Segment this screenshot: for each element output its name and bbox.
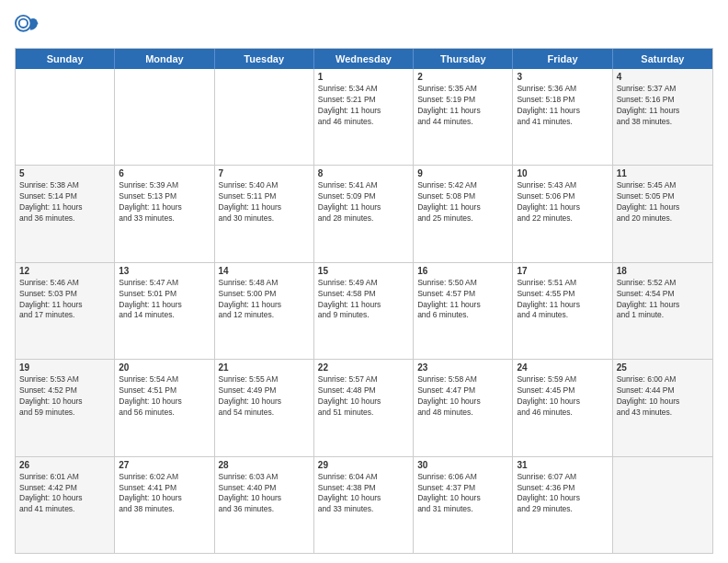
cell-info: Sunrise: 5:37 AM Sunset: 5:16 PM Dayligh… <box>617 84 709 128</box>
cell-info: Sunrise: 5:43 AM Sunset: 5:06 PM Dayligh… <box>517 180 608 224</box>
calendar-cell: 8Sunrise: 5:41 AM Sunset: 5:09 PM Daylig… <box>314 166 414 261</box>
calendar-cell: 18Sunrise: 5:52 AM Sunset: 4:54 PM Dayli… <box>613 263 712 359</box>
day-number: 24 <box>517 362 608 373</box>
calendar-row: 12Sunrise: 5:46 AM Sunset: 5:03 PM Dayli… <box>16 262 712 359</box>
page-header <box>15 15 713 40</box>
calendar-cell: 31Sunrise: 6:07 AM Sunset: 4:36 PM Dayli… <box>513 457 612 553</box>
calendar-cell: 2Sunrise: 5:35 AM Sunset: 5:19 PM Daylig… <box>414 69 513 165</box>
day-number: 1 <box>318 72 409 82</box>
weekday-header: Tuesday <box>215 49 314 69</box>
calendar-cell: 10Sunrise: 5:43 AM Sunset: 5:06 PM Dayli… <box>513 166 612 261</box>
calendar-cell <box>16 69 115 165</box>
cell-info: Sunrise: 5:46 AM Sunset: 5:03 PM Dayligh… <box>19 278 110 322</box>
calendar-row: 1Sunrise: 5:34 AM Sunset: 5:21 PM Daylig… <box>16 69 712 165</box>
calendar-row: 26Sunrise: 6:01 AM Sunset: 4:42 PM Dayli… <box>16 456 712 553</box>
calendar-cell <box>115 69 214 165</box>
cell-info: Sunrise: 5:45 AM Sunset: 5:05 PM Dayligh… <box>617 180 709 224</box>
cell-info: Sunrise: 5:51 AM Sunset: 4:55 PM Dayligh… <box>517 278 608 322</box>
day-number: 14 <box>219 266 310 276</box>
calendar-body: 1Sunrise: 5:34 AM Sunset: 5:21 PM Daylig… <box>16 69 712 553</box>
day-number: 2 <box>417 72 508 82</box>
cell-info: Sunrise: 5:57 AM Sunset: 4:48 PM Dayligh… <box>318 374 409 419</box>
day-number: 9 <box>417 168 508 178</box>
calendar-cell: 4Sunrise: 5:37 AM Sunset: 5:16 PM Daylig… <box>613 69 712 165</box>
cell-info: Sunrise: 5:35 AM Sunset: 5:19 PM Dayligh… <box>417 84 508 128</box>
day-number: 23 <box>417 362 508 373</box>
day-number: 16 <box>417 266 508 276</box>
calendar-cell: 28Sunrise: 6:03 AM Sunset: 4:40 PM Dayli… <box>215 457 314 553</box>
cell-info: Sunrise: 6:00 AM Sunset: 4:44 PM Dayligh… <box>617 374 709 419</box>
day-number: 7 <box>219 168 310 178</box>
logo <box>15 15 44 40</box>
calendar-cell: 15Sunrise: 5:49 AM Sunset: 4:58 PM Dayli… <box>314 263 414 359</box>
cell-info: Sunrise: 5:34 AM Sunset: 5:21 PM Dayligh… <box>318 84 409 128</box>
calendar-cell: 22Sunrise: 5:57 AM Sunset: 4:48 PM Dayli… <box>314 360 414 455</box>
day-number: 20 <box>119 362 210 373</box>
calendar-cell: 16Sunrise: 5:50 AM Sunset: 4:57 PM Dayli… <box>414 263 513 359</box>
cell-info: Sunrise: 5:36 AM Sunset: 5:18 PM Dayligh… <box>517 84 608 128</box>
day-number: 5 <box>19 168 110 178</box>
calendar-cell: 23Sunrise: 5:58 AM Sunset: 4:47 PM Dayli… <box>414 360 513 455</box>
day-number: 11 <box>617 168 709 178</box>
cell-info: Sunrise: 5:38 AM Sunset: 5:14 PM Dayligh… <box>19 180 110 224</box>
day-number: 18 <box>617 266 709 276</box>
calendar-cell: 11Sunrise: 5:45 AM Sunset: 5:05 PM Dayli… <box>613 166 712 261</box>
calendar-page: SundayMondayTuesdayWednesdayThursdayFrid… <box>0 0 728 563</box>
svg-point-0 <box>16 16 31 31</box>
cell-info: Sunrise: 5:47 AM Sunset: 5:01 PM Dayligh… <box>119 278 210 322</box>
cell-info: Sunrise: 5:58 AM Sunset: 4:47 PM Dayligh… <box>417 374 508 419</box>
day-number: 8 <box>318 168 409 178</box>
calendar-cell: 17Sunrise: 5:51 AM Sunset: 4:55 PM Dayli… <box>513 263 612 359</box>
day-number: 30 <box>417 460 508 470</box>
day-number: 21 <box>219 362 310 373</box>
cell-info: Sunrise: 5:41 AM Sunset: 5:09 PM Dayligh… <box>318 180 409 224</box>
weekday-header: Wednesday <box>314 49 414 69</box>
day-number: 26 <box>19 460 110 470</box>
cell-info: Sunrise: 6:02 AM Sunset: 4:41 PM Dayligh… <box>119 472 210 516</box>
calendar-cell: 14Sunrise: 5:48 AM Sunset: 5:00 PM Dayli… <box>215 263 314 359</box>
day-number: 15 <box>318 266 409 276</box>
day-number: 19 <box>19 362 110 373</box>
calendar-cell: 3Sunrise: 5:36 AM Sunset: 5:18 PM Daylig… <box>513 69 612 165</box>
weekday-header: Sunday <box>16 49 115 69</box>
calendar-header: SundayMondayTuesdayWednesdayThursdayFrid… <box>16 49 712 69</box>
weekday-header: Monday <box>115 49 214 69</box>
calendar-cell <box>613 457 712 553</box>
svg-point-1 <box>19 19 28 28</box>
day-number: 31 <box>517 460 608 470</box>
cell-info: Sunrise: 5:59 AM Sunset: 4:45 PM Dayligh… <box>517 374 608 419</box>
cell-info: Sunrise: 6:04 AM Sunset: 4:38 PM Dayligh… <box>318 472 409 516</box>
calendar-cell: 9Sunrise: 5:42 AM Sunset: 5:08 PM Daylig… <box>414 166 513 261</box>
calendar-cell: 20Sunrise: 5:54 AM Sunset: 4:51 PM Dayli… <box>115 360 214 455</box>
calendar-cell <box>215 69 314 165</box>
calendar-cell: 25Sunrise: 6:00 AM Sunset: 4:44 PM Dayli… <box>613 360 712 455</box>
calendar-cell: 30Sunrise: 6:06 AM Sunset: 4:37 PM Dayli… <box>414 457 513 553</box>
calendar-cell: 12Sunrise: 5:46 AM Sunset: 5:03 PM Dayli… <box>16 263 115 359</box>
day-number: 13 <box>119 266 210 276</box>
cell-info: Sunrise: 5:49 AM Sunset: 4:58 PM Dayligh… <box>318 278 409 322</box>
cell-info: Sunrise: 5:48 AM Sunset: 5:00 PM Dayligh… <box>219 278 310 322</box>
day-number: 29 <box>318 460 409 470</box>
calendar-cell: 21Sunrise: 5:55 AM Sunset: 4:49 PM Dayli… <box>215 360 314 455</box>
cell-info: Sunrise: 5:52 AM Sunset: 4:54 PM Dayligh… <box>617 278 709 322</box>
weekday-header: Saturday <box>613 49 712 69</box>
calendar-cell: 24Sunrise: 5:59 AM Sunset: 4:45 PM Dayli… <box>513 360 612 455</box>
cell-info: Sunrise: 6:06 AM Sunset: 4:37 PM Dayligh… <box>417 472 508 516</box>
cell-info: Sunrise: 5:40 AM Sunset: 5:11 PM Dayligh… <box>219 180 310 224</box>
cell-info: Sunrise: 6:01 AM Sunset: 4:42 PM Dayligh… <box>19 472 110 516</box>
day-number: 4 <box>617 72 709 82</box>
calendar-cell: 1Sunrise: 5:34 AM Sunset: 5:21 PM Daylig… <box>314 69 414 165</box>
calendar-cell: 7Sunrise: 5:40 AM Sunset: 5:11 PM Daylig… <box>215 166 314 261</box>
calendar-cell: 27Sunrise: 6:02 AM Sunset: 4:41 PM Dayli… <box>115 457 214 553</box>
day-number: 17 <box>517 266 608 276</box>
calendar-cell: 26Sunrise: 6:01 AM Sunset: 4:42 PM Dayli… <box>16 457 115 553</box>
day-number: 28 <box>219 460 310 470</box>
day-number: 12 <box>19 266 110 276</box>
cell-info: Sunrise: 5:55 AM Sunset: 4:49 PM Dayligh… <box>219 374 310 419</box>
weekday-header: Thursday <box>414 49 513 69</box>
cell-info: Sunrise: 6:07 AM Sunset: 4:36 PM Dayligh… <box>517 472 608 516</box>
day-number: 22 <box>318 362 409 373</box>
day-number: 25 <box>617 362 709 373</box>
calendar-cell: 19Sunrise: 5:53 AM Sunset: 4:52 PM Dayli… <box>16 360 115 455</box>
day-number: 3 <box>517 72 608 82</box>
